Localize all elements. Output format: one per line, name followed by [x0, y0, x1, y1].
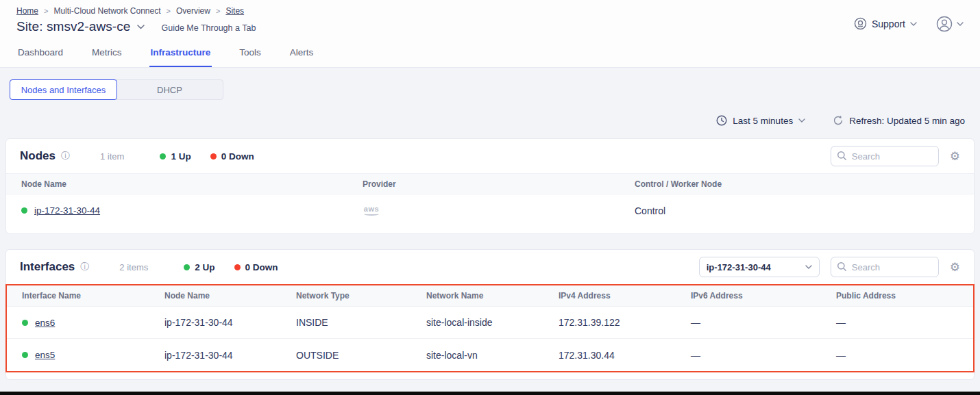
breadcrumb: Home > Multi-Cloud Network Connect > Ove… — [16, 6, 256, 16]
interfaces-up-count: 2 Up — [184, 262, 215, 272]
nodes-info-icon[interactable]: ⓘ — [61, 150, 70, 162]
nodes-table-header: Node Name Provider Control / Worker Node — [6, 173, 974, 194]
breadcrumb-separator: > — [167, 7, 171, 15]
tab-tools[interactable]: Tools — [238, 37, 262, 67]
refresh-button[interactable]: Refresh: Updated 5 min ago — [833, 115, 965, 126]
col-network-name: Network Name — [426, 291, 559, 301]
node-filter-select[interactable]: ip-172-31-30-44 — [699, 257, 820, 277]
cell-network-name: site-local-inside — [426, 317, 559, 328]
interfaces-title: Interfaces — [20, 260, 75, 274]
breadcrumb-home[interactable]: Home — [16, 6, 38, 16]
cell-node-name: ip-172-31-30-44 — [164, 317, 296, 328]
interfaces-search — [831, 257, 939, 277]
tab-alerts[interactable]: Alerts — [289, 37, 315, 67]
nodes-settings-gear-icon[interactable]: ⚙ — [950, 151, 960, 162]
col-public-address: Public Address — [836, 291, 973, 301]
support-chevron-down-icon — [910, 22, 917, 26]
subtab-nodes-and-interfaces[interactable]: Nodes and Interfaces — [10, 79, 117, 100]
col-ipv4-address: IPv4 Address — [559, 291, 691, 301]
node-filter-value: ip-172-31-30-44 — [707, 262, 771, 272]
infrastructure-subtabs: Nodes and Interfaces DHCP — [10, 79, 223, 100]
nodes-item-count: 1 item — [100, 151, 124, 162]
nodes-up-count: 1 Up — [160, 151, 191, 162]
interface-status-dot — [22, 352, 28, 358]
top-bar-right: Support — [854, 6, 964, 34]
interface-name-link[interactable]: ens6 — [35, 318, 55, 328]
time-range-chevron-down-icon — [798, 118, 805, 123]
tab-infrastructure[interactable]: Infrastructure — [149, 37, 212, 67]
up-status-dot — [184, 264, 190, 270]
col-provider: Provider — [363, 179, 635, 189]
col-node-name: Node Name — [164, 291, 296, 301]
up-status-dot — [160, 153, 166, 160]
window-bottom-edge — [0, 392, 980, 395]
interfaces-item-count: 2 items — [119, 262, 148, 272]
interfaces-down-count: 0 Down — [234, 262, 278, 272]
interface-name-link[interactable]: ens5 — [35, 350, 55, 360]
breadcrumb-mcn: Multi-Cloud Network Connect — [53, 6, 160, 16]
tab-bar: Dashboard Metrics Infrastructure Tools A… — [0, 37, 980, 68]
cell-ipv4: 172.31.39.122 — [559, 317, 691, 328]
annotation-highlight-box: Interface Name Node Name Network Type Ne… — [5, 284, 975, 372]
cell-ipv4: 172.31.30.44 — [559, 350, 691, 361]
subtab-dhcp[interactable]: DHCP — [117, 80, 223, 99]
interface-status-dot — [22, 320, 28, 326]
title-chevron-down-icon[interactable] — [137, 25, 145, 29]
cell-public: — — [836, 350, 973, 361]
support-label: Support — [872, 18, 905, 29]
table-row: ip-172-31-30-44 aws Control — [6, 194, 974, 227]
node-status-dot — [21, 207, 27, 214]
interfaces-settings-gear-icon[interactable]: ⚙ — [950, 262, 960, 273]
node-role: Control — [635, 205, 974, 216]
breadcrumb-separator: > — [216, 7, 220, 15]
down-status-dot — [210, 153, 217, 160]
cell-public: — — [836, 317, 973, 328]
refresh-icon — [833, 115, 844, 126]
top-bar: Home > Multi-Cloud Network Connect > Ove… — [0, 0, 980, 37]
support-menu[interactable]: Support — [854, 17, 917, 30]
cell-ipv6: — — [691, 317, 836, 328]
nodes-panel: Nodes ⓘ 1 item 1 Up 0 Down ⚙ Node Name P… — [5, 138, 975, 234]
breadcrumb-sites[interactable]: Sites — [225, 6, 244, 16]
avatar-icon — [936, 16, 953, 32]
nodes-down-count: 0 Down — [210, 151, 254, 162]
nodes-title: Nodes — [20, 149, 56, 163]
interfaces-info-icon[interactable]: ⓘ — [80, 261, 89, 273]
guide-me-link[interactable]: Guide Me Through a Tab — [162, 21, 256, 33]
time-range-label: Last 5 minutes — [733, 116, 793, 126]
page-title: Site: smsv2-aws-ce — [16, 19, 131, 34]
tab-metrics[interactable]: Metrics — [90, 37, 123, 67]
breadcrumb-overview: Overview — [176, 6, 210, 16]
col-node-name: Node Name — [21, 179, 363, 189]
interfaces-table-header: Interface Name Node Name Network Type Ne… — [7, 285, 973, 307]
col-interface-name: Interface Name — [22, 291, 164, 301]
table-row: ens5 ip-172-31-30-44 OUTSIDE site-local-… — [7, 339, 973, 371]
time-range-selector[interactable]: Last 5 minutes — [716, 115, 805, 126]
tab-dashboard[interactable]: Dashboard — [16, 37, 64, 67]
col-ipv6-address: IPv6 Address — [691, 291, 836, 301]
interfaces-panel: Interfaces ⓘ 2 items 2 Up 0 Down ip-172-… — [5, 249, 975, 380]
down-status-dot — [234, 264, 241, 270]
search-icon — [837, 151, 847, 161]
table-row: ens6 ip-172-31-30-44 INSIDE site-local-i… — [7, 307, 973, 339]
support-icon — [854, 17, 867, 30]
top-bar-left: Home > Multi-Cloud Network Connect > Ove… — [16, 6, 256, 34]
cell-ipv6: — — [691, 350, 836, 361]
select-chevron-down-icon — [805, 265, 812, 269]
clock-icon — [716, 115, 727, 126]
time-toolbar: Last 5 minutes Refresh: Updated 5 min ag… — [0, 115, 965, 126]
col-control-worker: Control / Worker Node — [635, 179, 974, 189]
nodes-search — [831, 146, 939, 166]
aws-provider-icon: aws — [363, 205, 380, 216]
cell-network-name: site-local-vn — [426, 350, 559, 361]
cell-network-type: INSIDE — [296, 317, 426, 328]
breadcrumb-separator: > — [44, 7, 48, 15]
user-chevron-down-icon — [957, 22, 964, 26]
search-icon — [837, 262, 847, 272]
user-menu[interactable] — [936, 16, 964, 32]
cell-network-type: OUTSIDE — [296, 350, 426, 361]
node-name-link[interactable]: ip-172-31-30-44 — [34, 205, 100, 216]
col-network-type: Network Type — [296, 291, 426, 301]
cell-node-name: ip-172-31-30-44 — [164, 350, 296, 361]
refresh-label: Refresh: Updated 5 min ago — [849, 116, 965, 126]
